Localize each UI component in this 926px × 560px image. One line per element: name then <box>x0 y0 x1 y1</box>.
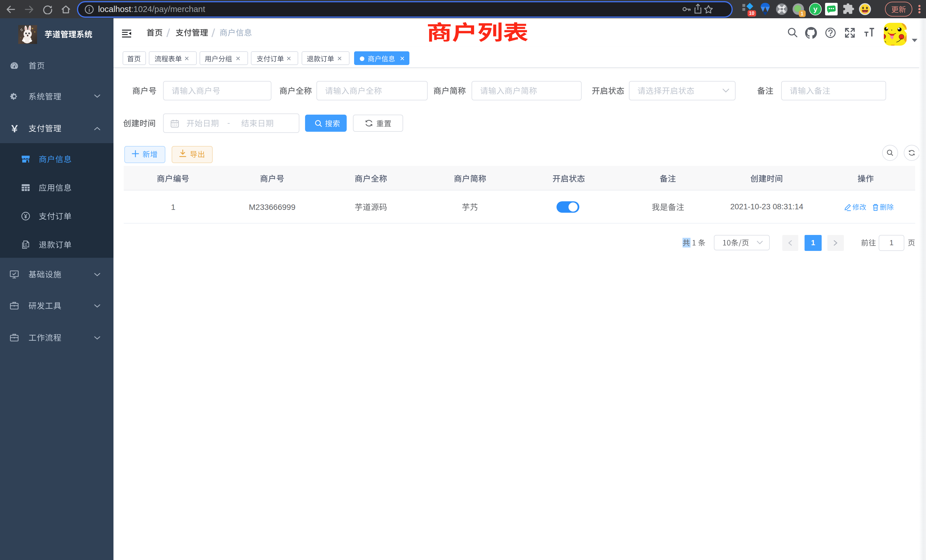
svg-text:y: y <box>813 5 817 14</box>
